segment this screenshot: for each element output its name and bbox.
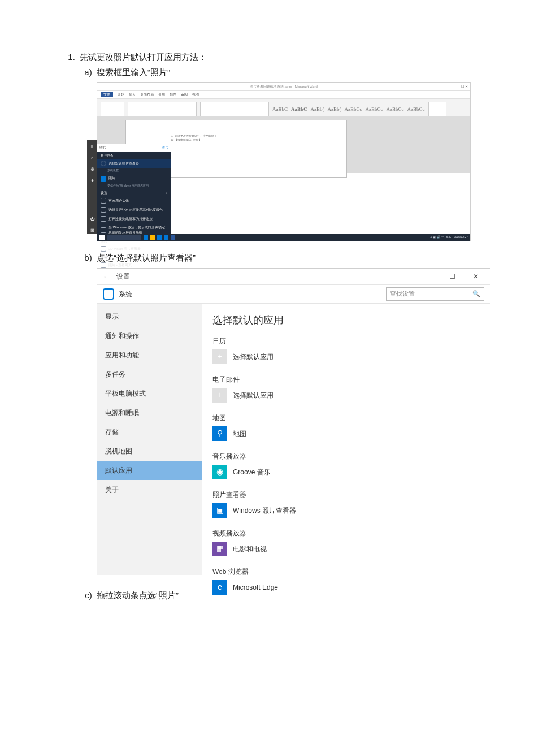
plus-icon: + [212,388,227,403]
document-page: 先试更改照片默认打开应用方法： 搜索框里输入“照片” 照片查看问题解决办法.do… [0,0,534,756]
start-icon[interactable]: ⊞ [90,227,94,234]
minimize-button[interactable]: — [420,271,437,282]
star-icon[interactable]: ★ [90,178,94,184]
word-tab[interactable]: 引用 [158,92,165,97]
cat-video: 视频播放器 [212,528,480,538]
sp-item-default-viewer-sub: 系统设置 [97,168,171,174]
style-chip[interactable]: AaBb( [311,106,324,114]
sidebar-item-storage[interactable]: 存储 [97,422,202,442]
setting-icon [101,227,106,233]
word-ribbon-tabs: 文件 开始 插入 页面布局 引用 邮件 审阅 视图 [97,91,470,99]
entry-video-label: 电影和电视 [233,544,267,554]
sidebar-item-default-apps[interactable]: 默认应用 [97,461,202,480]
word-title-bar: 照片查看问题解决办法.docx - Microsoft Word — ☐ ✕ [97,83,470,91]
start-button[interactable] [99,235,105,240]
sp-app-item[interactable]: 3D Vision 照片查看器 [97,244,171,253]
word-tab[interactable]: 邮件 [170,92,176,97]
style-chip[interactable]: AaBb( [328,106,341,114]
sidebar-item-display[interactable]: 显示 [97,307,202,326]
taskbar-explorer-icon[interactable] [150,235,155,240]
photo-icon [101,176,106,182]
style-chip[interactable]: AaBbCc [366,106,383,114]
sp-setting-item[interactable]: 选择是否让对比度使用高对比度颜色 [97,205,171,214]
entry-map[interactable]: ⚲ 地图 [212,426,480,441]
cat-calendar: 日历 [212,336,480,346]
start-search-input[interactable]: 照片 照片 [97,144,171,152]
taskbar-store-icon[interactable] [157,235,162,240]
taskbar-clock[interactable]: 8:29 [446,235,451,240]
close-button[interactable]: ✕ [467,271,484,282]
settings-search-input[interactable]: 查找设置 🔍 [386,287,484,301]
search-icon: 🔍 [472,289,480,299]
word-tab-file[interactable]: 文件 [101,92,113,97]
substep-a: 搜索框里输入“照片” 照片查看问题解决办法.docx - Microsoft W… [97,66,489,242]
sp-section-web: 网络› [97,253,171,261]
entry-web[interactable]: e Microsoft Edge [212,580,480,595]
sidebar-item-power[interactable]: 电源和睡眠 [97,403,202,422]
step-1: 先试更改照片默认打开应用方法： 搜索框里输入“照片” 照片查看问题解决办法.do… [77,51,489,602]
hamburger-icon[interactable]: ≡ [91,144,94,150]
music-icon: ◉ [212,465,227,479]
cat-web: Web 浏览器 [212,567,480,577]
style-chip[interactable]: AaBbCc [387,106,404,114]
power-icon[interactable]: ⏻ [90,216,94,223]
style-chip[interactable]: AaBbCc [345,106,362,114]
cat-music: 音乐播放器 [212,451,480,461]
taskbar-edge-icon[interactable] [144,235,148,240]
taskbar-word-icon[interactable] [171,235,175,240]
word-tab[interactable]: 审阅 [181,92,188,97]
cat-photo: 照片查看器 [212,490,480,500]
settings-screenshot: ← 设置 — ☐ ✕ 系统 查找设置 🔍 [97,268,490,574]
start-left-strip: ≡ ⌂ ⚙ ★ ⏻ ⊞ [87,140,97,234]
sub-list: 搜索框里输入“照片” 照片查看问题解决办法.docx - Microsoft W… [83,66,489,602]
sidebar-item-apps[interactable]: 应用和功能 [97,345,202,365]
entry-photo[interactable]: ▣ Windows 照片查看器 [212,503,480,518]
style-chip[interactable]: AaBbC [291,106,307,114]
entry-video[interactable]: ▦ 电影和电视 [212,542,480,556]
entry-music[interactable]: ◉ Groove 音乐 [212,465,480,479]
entry-email[interactable]: + 选择默认应用 [212,388,480,403]
entry-email-label: 选择默认应用 [233,390,273,400]
home-icon[interactable]: ⌂ [91,155,94,162]
sidebar-item-multitask[interactable]: 多任务 [97,365,202,384]
taskbar-ie-icon[interactable] [164,235,168,240]
entry-calendar[interactable]: + 选择默认应用 [212,349,480,364]
sp-item-photos-app[interactable]: 照片 [97,174,171,183]
sp-item-default-viewer[interactable]: 选择默认照片查看器 [97,159,171,168]
entry-map-label: 地图 [233,429,246,439]
sp-setting-item[interactable]: 更改用户头像 [97,196,171,205]
system-tray[interactable]: ∧ ▣ 🔊 中 [430,235,444,240]
substep-a-text: 搜索框里输入“照片” [97,67,170,77]
plus-icon: + [212,349,227,364]
taskbar-search[interactable] [107,235,141,240]
sidebar-item-notifications[interactable]: 通知和操作 [97,326,202,345]
taskbar-tray: ∧ ▣ 🔊 中 8:29 2015/12/27 [430,235,468,240]
start-search-panel: 照片 照片 最佳匹配 选择默认照片查看器 系统设置 照片 [97,144,171,234]
sp-item-photos-sub: 受信任的 Windows 应用商店应用 [97,183,171,189]
word-tab[interactable]: 开始 [118,92,124,97]
sidebar-item-tablet[interactable]: 平板电脑模式 [97,384,202,403]
sidebar-item-about[interactable]: 关于 [97,480,202,499]
word-tab[interactable]: 页面布局 [140,92,154,97]
sidebar-item-offline-maps[interactable]: 脱机地图 [97,442,202,461]
main-ordered-list: 先试更改照片默认打开应用方法： 搜索框里输入“照片” 照片查看问题解决办法.do… [65,51,489,602]
back-button[interactable]: ← [103,271,110,282]
video-icon: ▦ [212,542,227,556]
word-screenshot: 照片查看问题解决办法.docx - Microsoft Word — ☐ ✕ 文… [97,82,471,241]
gear-icon[interactable]: ⚙ [90,166,94,173]
word-tab[interactable]: 插入 [129,92,136,97]
style-chip[interactable]: AaBbCc [407,106,425,114]
word-tab[interactable]: 视图 [192,92,199,97]
map-icon: ⚲ [212,426,227,441]
cat-email: 电子邮件 [212,374,480,385]
setting-icon [101,207,106,213]
style-chip[interactable]: AaBbC [272,106,288,114]
edge-icon: e [212,580,227,595]
maximize-button[interactable]: ☐ [444,271,461,282]
substep-b: 点选“选择默认照片查看器” ← 设置 — ☐ ✕ 系统 [97,252,489,574]
sp-setting-item[interactable]: 打开连接到此屏幕的打开连接 [97,214,171,223]
settings-title: 设置 [116,271,130,282]
search-icon [101,262,106,268]
settings-search-placeholder: 查找设置 [390,289,415,299]
gear-icon [101,161,106,166]
